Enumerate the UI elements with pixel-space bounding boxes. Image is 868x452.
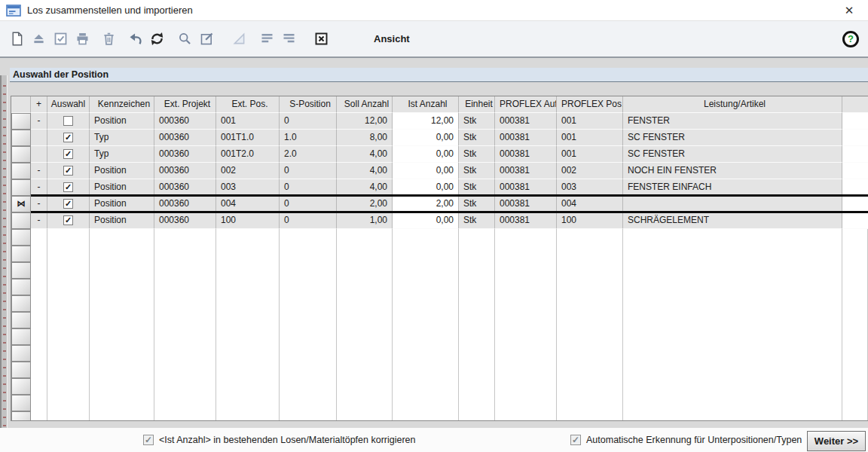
kennzeichen-cell[interactable]: Position [90,179,154,196]
correct-ist-anzahl-checkbox[interactable]: ✓ <Ist Anzahl> in bestehenden Losen/Mate… [143,435,416,445]
ext_pos-cell[interactable]: 001 [216,113,280,130]
row-header-cell[interactable] [11,328,31,345]
leistung-cell[interactable]: SC FENSTER [623,130,842,146]
checkbox-checked[interactable]: ✓ [63,215,73,225]
expand-cell[interactable]: - [31,163,47,179]
checkbox-checked-icon[interactable]: ✓ [143,435,154,445]
delete-icon[interactable] [100,31,117,47]
ist-cell[interactable]: 2,00 [393,196,459,212]
ist-cell[interactable]: 0,00 [393,163,459,179]
table-row[interactable]: ✓Typ000360001T2.02.04,000,00Stk000381001… [11,146,868,163]
expand-cell[interactable]: - [31,179,47,196]
soll-cell[interactable]: 12,00 [337,113,393,130]
row-header-cell[interactable] [11,212,31,229]
proflex_pos-cell[interactable]: 001 [557,130,623,146]
s_position-cell[interactable]: 0 [280,163,337,179]
ext_pos-cell[interactable]: 100 [216,212,280,229]
ext_projekt-cell[interactable]: 000360 [154,179,216,196]
auswahl-cell[interactable] [47,113,90,130]
einheit-cell[interactable]: Stk [459,130,495,146]
table-row[interactable]: -✓Position00036000304,000,00Stk000381003… [11,179,868,196]
soll-cell[interactable]: 1,00 [337,212,393,229]
checkbox-checked[interactable]: ✓ [63,133,73,142]
row-header-cell[interactable] [11,378,31,395]
ext_projekt-cell[interactable]: 000360 [154,146,216,163]
kennzeichen-cell[interactable]: Position [90,163,154,179]
row-header-cell[interactable]: ⋈ [11,196,31,212]
checkbox-checked[interactable]: ✓ [63,199,73,209]
row-header-cell[interactable] [11,362,31,378]
column-header[interactable]: Ist Anzahl [393,96,459,113]
auto-detect-checkbox[interactable]: ✓ Automatische Erkennung für Unterpositi… [570,435,802,445]
eject-icon[interactable] [30,31,47,47]
expand-cell[interactable]: - [31,196,47,212]
column-header[interactable]: Auswahl [47,96,90,113]
soll-cell[interactable]: 4,00 [337,163,393,179]
proflex_auf-cell[interactable]: 000381 [495,196,557,212]
column-header[interactable]: + [31,96,47,113]
ist-cell[interactable]: 12,00 [393,113,459,130]
row-header-cell[interactable] [11,179,31,196]
leistung-cell[interactable] [623,196,842,212]
proflex_auf-cell[interactable]: 000381 [495,212,557,229]
triangle-ruler-icon[interactable] [231,31,247,47]
row-header-cell[interactable] [11,279,31,295]
ext_projekt-cell[interactable]: 000360 [154,196,216,212]
auswahl-cell[interactable]: ✓ [47,179,90,196]
search-icon[interactable] [176,31,193,47]
close-icon[interactable]: ✕ [841,3,857,18]
einheit-cell[interactable]: Stk [459,212,495,229]
row-header-cell[interactable] [11,395,31,411]
ext_projekt-cell[interactable]: 000360 [154,212,216,229]
expand-cell[interactable] [31,130,47,146]
leistung-cell[interactable]: SC FENSTER [623,146,842,163]
s_position-cell[interactable]: 0 [280,212,337,229]
row-header-cell[interactable] [11,262,31,279]
einheit-cell[interactable]: Stk [459,179,495,196]
proflex_auf-cell[interactable]: 000381 [495,163,557,179]
row-header-cell[interactable] [11,229,31,246]
ext_projekt-cell[interactable]: 000360 [154,163,216,179]
column-header[interactable]: Ext. Pos. [216,96,280,113]
table-row[interactable]: -✓Position00036000204,000,00Stk000381002… [11,163,868,179]
row-header-cell[interactable] [11,113,31,130]
kennzeichen-cell[interactable]: Position [90,196,154,212]
proflex_pos-cell[interactable]: 100 [557,212,623,229]
table-row[interactable]: -✓Position00036010001,000,00Stk000381100… [11,212,868,229]
weiter-button[interactable]: Weiter >> [807,431,866,451]
soll-cell[interactable]: 8,00 [337,130,393,146]
expand-cell[interactable]: - [31,113,47,130]
help-icon[interactable]: ? [842,31,859,47]
ext_pos-cell[interactable]: 002 [216,163,280,179]
edit-icon[interactable] [198,31,215,47]
proflex_pos-cell[interactable]: 001 [557,113,623,130]
proflex_auf-cell[interactable]: 000381 [495,179,557,196]
checkbox-checked[interactable]: ✓ [63,166,73,176]
proflex_pos-cell[interactable]: 003 [557,179,623,196]
ist-cell[interactable]: 0,00 [393,146,459,163]
row-header-cell[interactable] [11,146,31,163]
leistung-cell[interactable]: FENSTER [623,113,842,130]
row-header-cell[interactable] [11,163,31,179]
proflex_auf-cell[interactable]: 000381 [495,130,557,146]
leistung-cell[interactable]: SCHRÄGELEMENT [623,212,842,229]
refresh-icon[interactable] [148,31,165,47]
leistung-cell[interactable]: FENSTER EINFACH [623,179,842,196]
row-header-cell[interactable] [11,312,31,328]
column-header[interactable]: Soll Anzahl [337,96,393,113]
proflex_pos-cell[interactable]: 004 [557,196,623,212]
column-header[interactable]: S-Position [280,96,337,113]
row-header-cell[interactable] [11,246,31,262]
expand-cell[interactable]: - [31,212,47,229]
row-header-cell[interactable] [11,345,31,362]
auswahl-cell[interactable]: ✓ [47,130,90,146]
checkbox-checked-icon[interactable]: ✓ [570,435,581,445]
proflex_pos-cell[interactable]: 001 [557,146,623,163]
checkbox-unchecked[interactable] [63,116,73,126]
auswahl-cell[interactable]: ✓ [47,212,90,229]
leistung-cell[interactable]: NOCH EIN FENSTER [623,163,842,179]
checkbox-icon[interactable] [52,31,69,47]
einheit-cell[interactable]: Stk [459,163,495,179]
soll-cell[interactable]: 4,00 [337,179,393,196]
s_position-cell[interactable]: 0 [280,113,337,130]
